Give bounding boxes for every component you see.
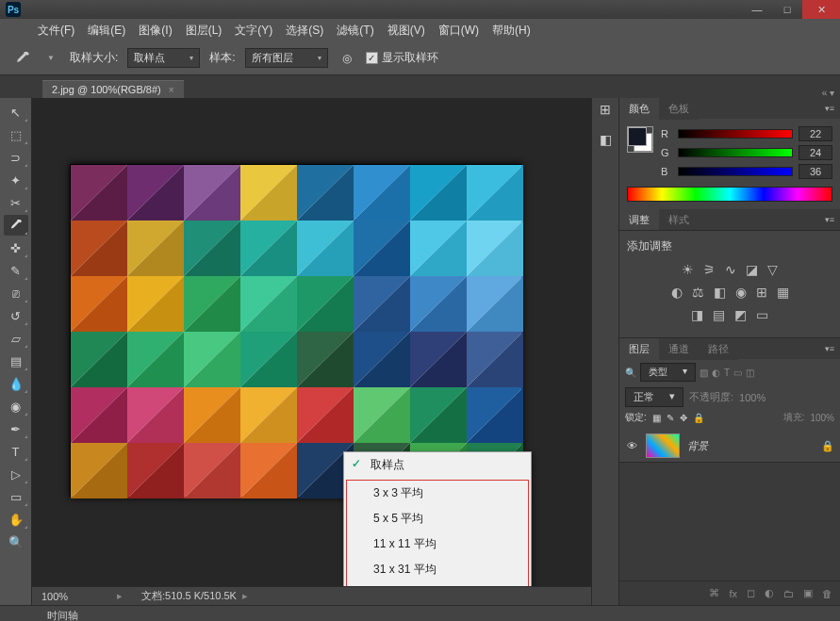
vibrance-icon[interactable]: ▽ [767,262,778,277]
heal-tool[interactable]: ✜ [4,237,28,258]
channel-mixer-icon[interactable]: ⊞ [756,285,767,300]
filter-adjust-icon[interactable]: ◐ [712,368,720,378]
collapsed-panel-dock[interactable]: ⊞ ◧ [591,98,619,605]
lookup-icon[interactable]: ▦ [777,285,789,300]
color-panel-tab[interactable]: 颜色 [619,98,659,120]
lock-all-icon[interactable]: 🔒 [693,413,704,423]
paths-tab[interactable]: 路径 [699,338,738,360]
channels-tab[interactable]: 通道 [659,338,699,360]
adjustment-layer-icon[interactable]: ◐ [765,587,774,599]
menu-filter[interactable]: 滤镜(T) [337,23,373,39]
r-slider[interactable] [678,129,793,139]
tab-expand-icon[interactable]: « ▾ [822,88,840,98]
blur-tool[interactable]: 💧 [4,373,28,394]
menu-select[interactable]: 选择(S) [286,23,323,39]
link-layers-icon[interactable]: ⌘ [709,587,719,599]
marquee-tool[interactable]: ⬚ [4,124,28,145]
fill-value[interactable]: 100% [810,413,834,423]
filter-smart-icon[interactable]: ◫ [746,368,754,378]
wand-tool[interactable]: ✦ [4,170,28,190]
menu-layer[interactable]: 图层(L) [186,23,222,39]
lock-paint-icon[interactable]: ✎ [667,413,674,423]
filter-image-icon[interactable]: ▧ [700,368,708,378]
ctx-point-sample[interactable]: 取样点 [344,452,531,478]
opacity-value[interactable]: 100% [739,392,766,403]
dodge-tool[interactable]: ◉ [4,396,28,417]
panel-menu-icon[interactable]: ▾≡ [819,344,840,353]
crop-tool[interactable]: ✂ [4,192,28,213]
panel-menu-icon[interactable]: ▾≡ [819,104,840,113]
menu-view[interactable]: 视图(V) [387,23,425,39]
layer-thumbnail[interactable] [646,433,680,458]
pen-tool[interactable]: ✒ [4,418,28,439]
type-tool[interactable]: T [4,441,28,462]
hand-tool[interactable]: ✋ [4,509,28,530]
mask-icon[interactable]: ◻ [747,587,755,599]
zoom-display[interactable]: 100% [32,591,117,602]
path-select-tool[interactable]: ▷ [4,464,28,484]
exposure-icon[interactable]: ◪ [746,262,758,277]
fx-icon[interactable]: fx [729,588,737,599]
g-slider[interactable] [678,148,793,157]
bw-icon[interactable]: ◧ [714,285,726,300]
document-tab[interactable]: 2.jpg @ 100%(RGB/8#) × [42,80,184,98]
posterize-icon[interactable]: ▤ [713,307,725,322]
brightness-icon[interactable]: ☀ [682,262,694,277]
eraser-tool[interactable]: ▱ [4,328,28,349]
sample-mode-icon[interactable]: ◎ [338,49,356,68]
menu-help[interactable]: 帮助(H) [492,23,531,39]
filter-shape-icon[interactable]: ▭ [733,368,742,378]
filter-text-icon[interactable]: T [724,368,730,378]
stamp-tool[interactable]: ⎚ [4,283,28,303]
r-value[interactable]: 22 [799,126,832,141]
document-canvas[interactable] [70,164,522,498]
dropdown-caret-icon[interactable]: ▼ [41,49,60,68]
layer-row[interactable]: 👁 背景 🔒 [619,430,840,463]
layer-filter-select[interactable]: 类型▾ [640,363,696,382]
canvas-viewport[interactable]: 取样点 3 x 3 平均 5 x 5 平均 11 x 11 平均 31 x 31… [32,98,591,605]
ctx-avg-3[interactable]: 3 x 3 平均 [347,481,528,506]
eyedropper-tool-icon[interactable] [13,49,32,68]
levels-icon[interactable]: ⚞ [703,262,716,277]
ctx-avg-31[interactable]: 31 x 31 平均 [347,557,528,582]
menu-edit[interactable]: 编辑(E) [88,23,125,39]
swatches-panel-tab[interactable]: 色板 [659,98,699,120]
ctx-avg-5[interactable]: 5 x 5 平均 [347,506,528,531]
zoom-tool[interactable]: 🔍 [4,531,28,552]
threshold-icon[interactable]: ◩ [734,307,747,322]
history-panel-icon[interactable]: ⊞ [600,102,611,117]
balance-icon[interactable]: ⚖ [692,285,704,300]
eyedropper-context-menu[interactable]: 取样点 3 x 3 平均 5 x 5 平均 11 x 11 平均 31 x 31… [343,451,532,605]
invert-icon[interactable]: ◨ [691,307,703,322]
styles-panel-tab[interactable]: 样式 [659,209,699,231]
window-minimize[interactable]: — [742,0,772,19]
b-slider[interactable] [678,167,793,176]
lasso-tool[interactable]: ⊃ [4,147,28,168]
shape-tool[interactable]: ▭ [4,486,28,507]
b-value[interactable]: 36 [799,164,832,179]
lock-trans-icon[interactable]: ▦ [652,413,661,423]
timeline-panel[interactable]: 时间轴 [0,605,840,621]
sample-size-select[interactable]: 取样点▾ [127,48,200,68]
brush-tool[interactable]: ✎ [4,260,28,281]
gradient-tool[interactable]: ▤ [4,351,28,371]
menu-text[interactable]: 文字(Y) [235,23,272,39]
blend-mode-select[interactable]: 正常▾ [625,387,684,407]
menu-file[interactable]: 文件(F) [38,23,74,39]
new-layer-icon[interactable]: ▣ [803,587,813,599]
window-maximize[interactable]: □ [772,0,802,19]
delete-layer-icon[interactable]: 🗑 [822,588,832,599]
show-sample-ring-checkbox[interactable]: ✓ 显示取样环 [366,50,438,66]
properties-panel-icon[interactable]: ◧ [600,132,612,147]
gradient-map-icon[interactable]: ▭ [756,307,768,322]
group-icon[interactable]: 🗀 [783,588,794,599]
ctx-avg-11[interactable]: 11 x 11 平均 [347,531,528,557]
curves-icon[interactable]: ∿ [725,262,736,277]
lock-move-icon[interactable]: ✥ [680,413,687,423]
main-menubar[interactable]: 文件(F) 编辑(E) 图像(I) 图层(L) 文字(Y) 选择(S) 滤镜(T… [0,19,840,41]
visibility-icon[interactable]: 👁 [625,440,638,451]
adjustments-panel-tab[interactable]: 调整 [619,209,659,231]
fg-bg-color-swatch[interactable] [627,126,653,153]
panel-menu-icon[interactable]: ▾≡ [819,215,840,224]
g-value[interactable]: 24 [799,145,832,160]
